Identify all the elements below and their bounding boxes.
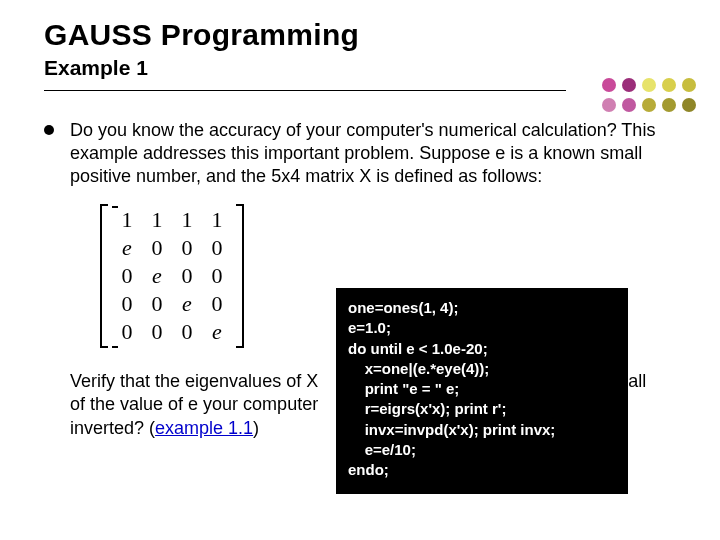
dot-icon	[662, 78, 676, 92]
dot-icon	[682, 98, 696, 112]
dot-icon	[642, 78, 656, 92]
slide-title: GAUSS Programming	[44, 18, 676, 52]
bullet-item: Do you know the accuracy of your compute…	[44, 119, 676, 188]
matrix: 1111 e000 0e00 00e0 000e	[100, 204, 244, 348]
dot-icon	[622, 98, 636, 112]
dot-icon	[622, 78, 636, 92]
para2-line3a: inverted? (	[70, 418, 155, 438]
dot-icon	[642, 98, 656, 112]
decorative-dots	[602, 78, 698, 114]
example-link[interactable]: example 1.1	[155, 418, 253, 438]
dot-icon	[602, 78, 616, 92]
para2-line2: of the value of e your computer	[70, 394, 318, 414]
para2-tail: all	[628, 371, 646, 391]
dot-icon	[602, 98, 616, 112]
para2-line3b: )	[253, 418, 259, 438]
matrix-table: 1111 e000 0e00 00e0 000e	[112, 206, 232, 346]
para2-line1: Verify that the eigenvalues of X	[70, 371, 318, 391]
dot-icon	[682, 78, 696, 92]
slide: GAUSS Programming Example 1 Do you know …	[0, 0, 720, 540]
title-divider	[44, 90, 566, 91]
code-box: one=ones(1, 4); e=1.0; do until e < 1.0e…	[336, 288, 628, 494]
slide-subtitle: Example 1	[44, 56, 676, 80]
bullet-icon	[44, 125, 54, 135]
bullet-text: Do you know the accuracy of your compute…	[70, 119, 676, 188]
dot-icon	[662, 98, 676, 112]
